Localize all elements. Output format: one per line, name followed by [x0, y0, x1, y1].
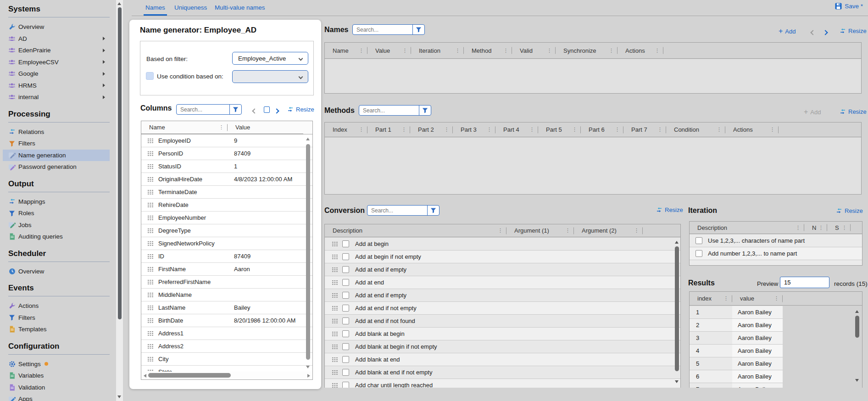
kebab-menu-icon[interactable]: ⋮	[401, 127, 410, 133]
names-search[interactable]	[352, 24, 425, 35]
columns-search[interactable]	[176, 104, 242, 115]
kebab-menu-icon[interactable]: ⋮	[774, 295, 783, 301]
kebab-menu-icon[interactable]: ⋮	[723, 295, 732, 301]
table-row[interactable]: FirstNameAaron	[141, 263, 312, 276]
conversion-checkbox[interactable]	[342, 343, 349, 350]
column-header-part-6[interactable]: Part 6⋮	[581, 123, 623, 137]
drag-handle-icon[interactable]	[147, 356, 154, 362]
kebab-menu-icon[interactable]: ⋮	[547, 48, 556, 54]
use-condition-checkbox[interactable]	[146, 72, 154, 80]
drag-handle-icon[interactable]	[147, 215, 154, 220]
conversion-resize-button[interactable]: Resize	[656, 206, 683, 213]
conversion-checkbox[interactable]	[342, 253, 349, 260]
column-header-description[interactable]: Description⋮	[325, 224, 506, 237]
column-header-description[interactable]: Description⋮	[690, 222, 804, 234]
conversion-checkbox[interactable]	[342, 356, 349, 363]
save-button[interactable]: Save *	[835, 3, 863, 10]
kebab-menu-icon[interactable]: ⋮	[455, 48, 464, 54]
kebab-menu-icon[interactable]: ⋮	[444, 127, 453, 133]
table-row[interactable]: PreferredFirstName	[141, 276, 312, 289]
condition-dropdown[interactable]	[232, 70, 308, 83]
conversion-row[interactable]: Add at begin	[325, 238, 680, 251]
drag-handle-icon[interactable]	[332, 280, 338, 285]
drag-handle-icon[interactable]	[147, 151, 154, 156]
conversion-row[interactable]: Add char until length reached	[325, 379, 680, 388]
column-header-part-2[interactable]: Part 2⋮	[410, 123, 453, 137]
scroll-down-icon[interactable]	[675, 380, 679, 383]
scroll-up-icon[interactable]	[675, 241, 679, 244]
columns-vscrollbar-thumb[interactable]	[306, 144, 310, 360]
preview-count-input[interactable]	[780, 277, 829, 288]
table-row[interactable]: BirthDate8/20/1986 12:00:00 AM	[141, 314, 312, 327]
column-header-method[interactable]: Method⋮	[464, 43, 512, 58]
columns-page-indicator[interactable]	[264, 106, 270, 113]
column-header-value[interactable]: Value	[228, 121, 303, 134]
conversion-row[interactable]: Add at end	[325, 276, 680, 289]
columns-search-input[interactable]	[177, 105, 229, 114]
conversion-search-input[interactable]	[367, 206, 427, 215]
table-row[interactable]: PersonID87409	[141, 147, 312, 160]
results-row[interactable]: 6Aaron Bailey	[690, 370, 862, 383]
scroll-up-icon[interactable]	[306, 138, 310, 140]
drag-handle-icon[interactable]	[332, 383, 338, 388]
results-row[interactable]: 3Aaron Bailey	[690, 332, 862, 345]
drag-handle-icon[interactable]	[147, 241, 154, 246]
conversion-checkbox[interactable]	[342, 240, 349, 247]
conversion-checkbox[interactable]	[342, 382, 349, 388]
sidebar-item-edenprairie[interactable]: EdenPrairie	[8, 45, 110, 56]
drag-handle-icon[interactable]	[147, 189, 154, 195]
column-header-actions[interactable]: Actions⋮	[725, 123, 779, 137]
table-row[interactable]: EmployeeID9	[141, 134, 312, 147]
kebab-menu-icon[interactable]: ⋮	[609, 48, 618, 54]
iteration-row[interactable]: Add number 1,2,3,... to name part	[690, 247, 862, 260]
scroll-down-icon[interactable]	[855, 379, 859, 382]
sidebar-item-actions[interactable]: Actions	[8, 300, 110, 312]
column-header-n[interactable]: N⋮	[804, 222, 827, 234]
kebab-menu-icon[interactable]: ⋮	[655, 48, 663, 54]
based-on-filter-dropdown[interactable]: Employee_Active	[232, 52, 308, 65]
sidebar-scrollbar[interactable]	[116, 0, 123, 401]
results-row[interactable]: 7Aaron Bailey	[690, 383, 862, 388]
column-header-argument-2[interactable]: Argument (2)⋮	[574, 224, 643, 237]
results-row[interactable]: 1Aaron Bailey	[690, 306, 862, 319]
columns-resize-button[interactable]: Resize	[287, 106, 314, 113]
kebab-menu-icon[interactable]: ⋮	[634, 228, 643, 234]
tab-uniqueness[interactable]: Uniqueness	[174, 4, 207, 11]
column-header-synchronize[interactable]: Synchronize⋮	[556, 43, 618, 58]
sidebar-item-mappings[interactable]: Mappings	[8, 196, 110, 208]
conversion-row[interactable]: Add at begin if not empty	[325, 251, 680, 263]
names-add-button[interactable]: +Add	[779, 28, 796, 35]
conversion-vscrollbar-thumb[interactable]	[675, 246, 679, 371]
tab-multi-value-names[interactable]: Multi-value names	[215, 4, 265, 11]
results-row[interactable]: 2Aaron Bailey	[690, 319, 862, 332]
column-header-part-1[interactable]: Part 1⋮	[367, 123, 410, 137]
conversion-checkbox[interactable]	[342, 279, 349, 286]
kebab-menu-icon[interactable]: ⋮	[717, 127, 725, 133]
sidebar-item-roles[interactable]: Roles	[8, 207, 110, 219]
scroll-down-icon[interactable]	[117, 395, 121, 398]
tab-names[interactable]: Names	[145, 4, 165, 11]
methods-search[interactable]	[359, 105, 431, 116]
conversion-row[interactable]: Add at end if not found	[325, 315, 680, 328]
drag-handle-icon[interactable]	[332, 318, 338, 323]
table-row[interactable]: EmployeeNumber	[141, 212, 312, 224]
kebab-menu-icon[interactable]: ⋮	[359, 48, 367, 54]
column-header-actions[interactable]: Actions⋮	[618, 43, 663, 58]
sidebar-item-relations[interactable]: Relations	[8, 126, 110, 138]
drag-handle-icon[interactable]	[147, 228, 154, 233]
column-header-value[interactable]: Value⋮	[367, 43, 411, 58]
drag-handle-icon[interactable]	[147, 344, 154, 349]
table-row[interactable]: MiddleName	[141, 289, 312, 301]
drag-handle-icon[interactable]	[147, 177, 154, 182]
table-row[interactable]: RehireDate	[141, 199, 312, 212]
conversion-row[interactable]: Add blank at end if not empty	[325, 366, 680, 379]
column-header-part-3[interactable]: Part 3⋮	[453, 123, 495, 137]
sidebar-item-jobs[interactable]: Jobs	[8, 219, 110, 231]
drag-handle-icon[interactable]	[332, 241, 338, 246]
names-search-input[interactable]	[353, 25, 412, 34]
kebab-menu-icon[interactable]: ⋮	[529, 127, 538, 133]
column-header-iteration[interactable]: Iteration⋮	[411, 43, 464, 58]
sidebar-item-templates[interactable]: Templates	[8, 323, 110, 335]
filter-funnel-icon[interactable]	[427, 206, 439, 215]
column-header-part-4[interactable]: Part 4⋮	[495, 123, 538, 137]
